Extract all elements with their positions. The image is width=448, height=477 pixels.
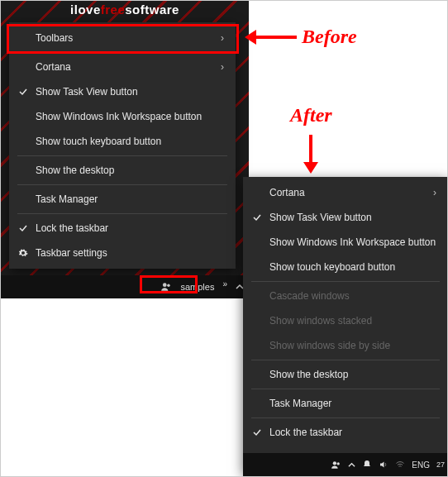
bell-icon[interactable] bbox=[362, 460, 372, 470]
menu-item-showdesktop[interactable]: Show the desktop bbox=[9, 158, 236, 183]
menu-separator bbox=[17, 184, 227, 185]
arrow-left-icon bbox=[247, 36, 297, 39]
svg-point-0 bbox=[163, 283, 167, 287]
check-icon bbox=[250, 427, 265, 437]
taskbar-after[interactable]: ENG 27 bbox=[243, 453, 448, 476]
menu-item-label: Cortana bbox=[269, 187, 425, 198]
menu-item-lock[interactable]: Lock the taskbar bbox=[9, 216, 236, 241]
speaker-icon[interactable] bbox=[379, 460, 388, 470]
annotation-after: After bbox=[290, 104, 332, 171]
menu-item-label: Show the desktop bbox=[36, 165, 224, 176]
menu-item-label: Show windows stacked bbox=[269, 315, 436, 327]
menu-separator bbox=[17, 155, 227, 156]
menu-item-cascade: Cascade windows bbox=[243, 284, 448, 308]
menu-item-touchkb[interactable]: Show touch keyboard button bbox=[243, 255, 448, 279]
taskbar-tray: ENG 27 bbox=[331, 460, 445, 470]
menu-item-cortana[interactable]: Cortana › bbox=[243, 180, 448, 205]
svg-point-1 bbox=[168, 284, 171, 288]
arrow-down-icon bbox=[309, 135, 312, 171]
logo-mid: free bbox=[101, 2, 126, 17]
annotation-before: Before bbox=[247, 26, 357, 48]
menu-item-taskmgr[interactable]: Task Manager bbox=[9, 187, 236, 212]
menu-item-ink[interactable]: Show Windows Ink Workspace button bbox=[9, 104, 236, 129]
menu-item-label: Show Task View button bbox=[269, 212, 436, 223]
context-menu-after: Cortana › Show Task View button Show Win… bbox=[243, 177, 448, 473]
menu-item-label: Show touch keyboard button bbox=[36, 136, 224, 147]
gear-icon bbox=[16, 248, 31, 258]
menu-item-label: Cortana bbox=[36, 61, 212, 73]
double-chevron-icon[interactable]: » bbox=[222, 279, 227, 289]
site-logo: ilovefreesoftware bbox=[1, 2, 249, 17]
menu-item-taskmgr[interactable]: Task Manager bbox=[243, 391, 448, 416]
menu-separator bbox=[251, 389, 440, 389]
check-icon bbox=[16, 223, 31, 233]
menu-item-settings[interactable]: Taskbar settings bbox=[9, 241, 236, 265]
menu-item-taskview[interactable]: Show Task View button bbox=[243, 205, 448, 230]
menu-separator bbox=[251, 417, 440, 418]
menu-item-label: Show Windows Ink Workspace button bbox=[36, 111, 224, 122]
menu-separator bbox=[251, 281, 440, 282]
menu-item-label: Lock the taskbar bbox=[36, 222, 224, 234]
chevron-up-icon[interactable] bbox=[348, 461, 355, 469]
menu-item-label: Task Manager bbox=[269, 398, 436, 409]
annotation-label: After bbox=[290, 104, 332, 126]
taskbar-lang[interactable]: ENG bbox=[412, 460, 430, 470]
menu-item-lock[interactable]: Lock the taskbar bbox=[243, 420, 448, 445]
people-icon[interactable] bbox=[331, 460, 341, 470]
menu-item-label: Task Manager bbox=[36, 193, 224, 205]
context-menu-before: Toolbars › Cortana › Show Task View butt… bbox=[9, 22, 236, 269]
logo-pre: ilove bbox=[70, 2, 101, 17]
menu-separator bbox=[17, 52, 227, 53]
menu-item-toolbars[interactable]: Toolbars › bbox=[9, 26, 236, 50]
svg-point-2 bbox=[333, 461, 336, 465]
menu-separator bbox=[17, 213, 227, 214]
menu-item-label: Show Windows Ink Workspace button bbox=[269, 236, 436, 248]
svg-point-3 bbox=[337, 462, 340, 465]
menu-item-touchkb[interactable]: Show touch keyboard button bbox=[9, 129, 236, 154]
menu-item-label: Cascade windows bbox=[269, 290, 436, 302]
taskbar-before[interactable]: samples » bbox=[1, 275, 249, 298]
menu-item-showdesktop[interactable]: Show the desktop bbox=[243, 362, 448, 387]
check-icon bbox=[250, 212, 265, 222]
menu-item-cortana[interactable]: Cortana › bbox=[9, 55, 236, 79]
taskbar-toolbar-name[interactable]: samples bbox=[180, 282, 214, 292]
people-icon[interactable] bbox=[160, 281, 172, 293]
menu-item-label: Show the desktop bbox=[269, 369, 436, 380]
menu-item-sidebyside: Show windows side by side bbox=[243, 333, 448, 358]
menu-item-label: Taskbar settings bbox=[36, 247, 224, 259]
chevron-right-icon: › bbox=[221, 32, 224, 44]
menu-item-label: Lock the taskbar bbox=[269, 427, 436, 438]
menu-item-label: Show touch keyboard button bbox=[269, 261, 436, 273]
check-icon bbox=[16, 87, 31, 97]
menu-item-taskview[interactable]: Show Task View button bbox=[9, 79, 236, 104]
chevron-right-icon: › bbox=[433, 187, 436, 198]
menu-item-label: Toolbars bbox=[36, 32, 212, 44]
menu-item-label: Show Task View button bbox=[36, 86, 224, 98]
logo-post: software bbox=[125, 2, 179, 17]
network-icon[interactable] bbox=[395, 460, 405, 470]
menu-item-stacked: Show windows stacked bbox=[243, 308, 448, 333]
menu-separator bbox=[251, 360, 440, 360]
menu-item-ink[interactable]: Show Windows Ink Workspace button bbox=[243, 230, 448, 255]
taskbar-date-corner: 27 bbox=[436, 460, 445, 469]
menu-item-label: Show windows side by side bbox=[269, 340, 436, 351]
chevron-right-icon: › bbox=[221, 61, 224, 73]
annotation-label: Before bbox=[302, 26, 357, 48]
